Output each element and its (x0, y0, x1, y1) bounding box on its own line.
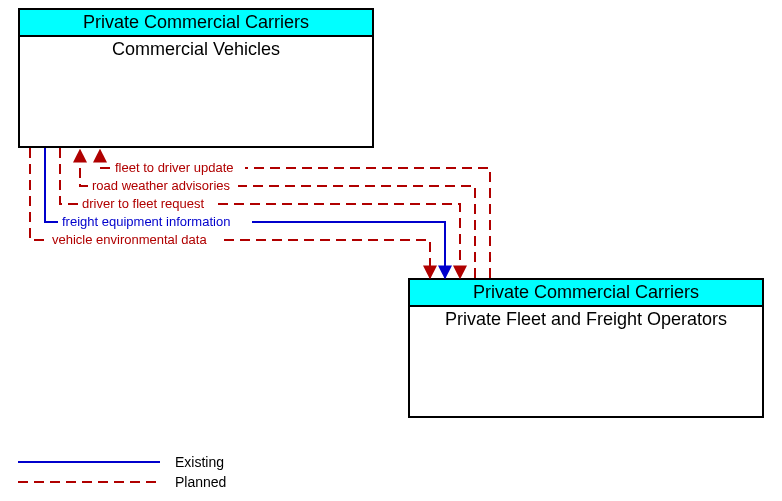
flow-label-vehicle-environmental-data: vehicle environmental data (52, 232, 207, 247)
flow-label-driver-to-fleet-request: driver to fleet request (82, 196, 204, 211)
legend-existing-label: Existing (175, 454, 224, 470)
flow-label-fleet-to-driver-update: fleet to driver update (115, 160, 234, 175)
legend-planned-label: Planned (175, 474, 226, 490)
node-body: Private Fleet and Freight Operators (410, 307, 762, 332)
node-header: Private Commercial Carriers (410, 280, 762, 307)
node-private-fleet-operators[interactable]: Private Commercial Carriers Private Flee… (408, 278, 764, 418)
node-header: Private Commercial Carriers (20, 10, 372, 37)
node-body: Commercial Vehicles (20, 37, 372, 62)
flow-label-road-weather-advisories: road weather advisories (92, 178, 230, 193)
node-commercial-vehicles[interactable]: Private Commercial Carriers Commercial V… (18, 8, 374, 148)
flow-label-freight-equipment-information: freight equipment information (62, 214, 230, 229)
